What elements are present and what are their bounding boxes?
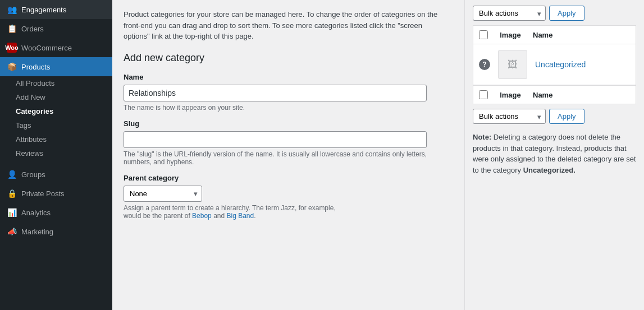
note-title: Note: xyxy=(473,133,491,141)
reviews-label: Reviews xyxy=(16,149,43,158)
sidebar-item-woocommerce[interactable]: Woo WooCommerce xyxy=(0,38,112,57)
parent-select-wrapper: None ▾ xyxy=(124,186,202,202)
bottom-table-header: Image Name xyxy=(473,85,636,104)
analytics-icon: 📊 xyxy=(7,207,17,218)
parent-hint-1: Assign a parent term to create a hierarc… xyxy=(124,204,453,220)
page-description: Product categories for your store can be… xyxy=(124,9,449,42)
slug-label: Slug xyxy=(124,119,453,128)
uncategorized-link[interactable]: Uncategorized xyxy=(535,60,586,69)
content-area: Product categories for your store can be… xyxy=(112,0,464,310)
name-input[interactable] xyxy=(124,85,427,101)
engagements-icon: 👥 xyxy=(7,4,17,15)
sidebar-item-label: Private Posts xyxy=(21,189,65,198)
sidebar-sub-add-new[interactable]: Add New xyxy=(0,90,112,104)
top-bulk-bar: Bulk actions ▾ Apply xyxy=(473,6,636,21)
bottom-name-column-header: Name xyxy=(533,91,552,99)
slug-input[interactable] xyxy=(124,131,427,148)
groups-icon: 👤 xyxy=(7,169,17,179)
sidebar-sub-all-products[interactable]: All Products xyxy=(0,76,112,90)
private-posts-icon: 🔒 xyxy=(7,188,17,198)
sidebar-item-label: Groups xyxy=(21,170,45,179)
categories-label: Categories xyxy=(16,107,53,115)
sidebar-item-orders[interactable]: 📋 Orders xyxy=(0,19,112,38)
name-label: Name xyxy=(124,73,453,81)
category-name-cell: Uncategorized xyxy=(535,60,630,69)
note-uncategorized: Uncategorized. xyxy=(523,166,576,174)
image-column-header: Image xyxy=(496,31,525,39)
bottom-bulk-select[interactable]: Bulk actions xyxy=(473,109,546,124)
note-text: Deleting a category does not delete the … xyxy=(473,133,636,174)
top-bulk-wrapper: Bulk actions ▾ xyxy=(473,6,546,21)
sidebar-sub-tags[interactable]: Tags xyxy=(0,118,112,132)
all-products-label: All Products xyxy=(16,79,54,87)
question-mark-icon: ? xyxy=(479,59,490,70)
note-section: Note: Deleting a category does not delet… xyxy=(473,132,636,175)
form-title: Add new category xyxy=(124,52,453,64)
tags-label: Tags xyxy=(16,121,31,129)
sidebar-sub-categories[interactable]: Categories xyxy=(0,104,112,118)
bottom-select-all-checkbox[interactable] xyxy=(479,90,488,99)
top-bulk-select[interactable]: Bulk actions xyxy=(473,6,546,21)
sidebar-item-label: Products xyxy=(21,63,50,71)
right-panel: Bulk actions ▾ Apply Image Name ? 🖼 Unca… xyxy=(464,0,644,310)
parent-label: Parent category xyxy=(124,174,453,182)
sidebar-item-products[interactable]: 📦 Products xyxy=(0,57,112,76)
bottom-apply-button[interactable]: Apply xyxy=(549,109,584,124)
table-row: ? 🖼 Uncategorized xyxy=(473,44,636,85)
bottom-bulk-bar: Bulk actions ▾ Apply xyxy=(473,109,636,124)
sidebar-sub-attributes[interactable]: Attributes xyxy=(0,132,112,146)
sidebar-item-label: Engagements xyxy=(21,6,66,14)
name-column-header: Name xyxy=(533,31,552,39)
sidebar-item-private-posts[interactable]: 🔒 Private Posts xyxy=(0,184,112,203)
marketing-icon: 📣 xyxy=(7,226,17,237)
parent-select[interactable]: None xyxy=(124,186,202,202)
woo-icon: Woo xyxy=(7,43,17,53)
products-icon: 📦 xyxy=(7,62,17,72)
sidebar-item-groups[interactable]: 👤 Groups xyxy=(0,165,112,184)
sidebar-item-analytics[interactable]: 📊 Analytics xyxy=(0,203,112,222)
sidebar-item-label: Marketing xyxy=(21,228,53,236)
bebop-link[interactable]: Bebop xyxy=(192,212,212,220)
image-placeholder-icon: 🖼 xyxy=(508,59,518,71)
bottom-bulk-wrapper: Bulk actions ▾ xyxy=(473,109,546,124)
orders-icon: 📋 xyxy=(7,24,17,34)
sidebar-sub-reviews[interactable]: Reviews xyxy=(0,146,112,160)
add-new-label: Add New xyxy=(16,93,45,101)
bigband-link[interactable]: Big Band xyxy=(227,212,254,220)
main-content: Product categories for your store can be… xyxy=(112,0,644,310)
name-hint: The name is how it appears on your site. xyxy=(124,104,453,112)
slug-hint: The "slug" is the URL-friendly version o… xyxy=(124,150,453,166)
sidebar-item-engagements[interactable]: 👥 Engagements xyxy=(0,0,112,19)
parent-category-field: Parent category None ▾ Assign a parent t… xyxy=(124,174,453,220)
table-header: Image Name xyxy=(473,25,636,44)
sidebar-item-label: Analytics xyxy=(21,209,51,217)
sidebar-item-label: WooCommerce xyxy=(21,44,72,52)
category-image-placeholder: 🖼 xyxy=(498,50,527,79)
top-apply-button[interactable]: Apply xyxy=(549,6,584,21)
slug-field-group: Slug The "slug" is the URL-friendly vers… xyxy=(124,119,453,166)
select-all-checkbox[interactable] xyxy=(479,30,488,39)
sidebar-item-label: Orders xyxy=(21,25,44,33)
parent-hint-2: would be the parent of Bebop and Big Ban… xyxy=(124,212,256,220)
sidebar-item-marketing[interactable]: 📣 Marketing xyxy=(0,222,112,241)
name-field-group: Name The name is how it appears on your … xyxy=(124,73,453,112)
sidebar: 👥 Engagements 📋 Orders Woo WooCommerce 📦… xyxy=(0,0,112,310)
bottom-image-column-header: Image xyxy=(496,91,525,99)
attributes-label: Attributes xyxy=(16,135,47,144)
